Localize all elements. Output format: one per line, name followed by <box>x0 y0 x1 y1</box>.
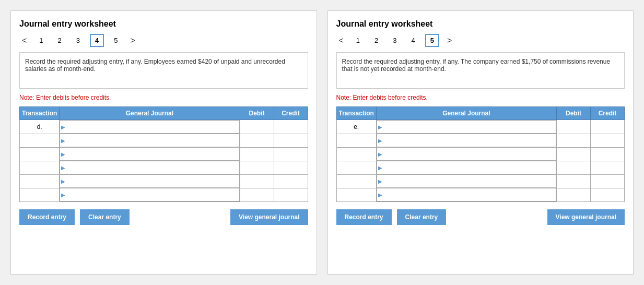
col-header-general-journal: General Journal <box>60 107 240 120</box>
credit-cell[interactable] <box>591 147 625 161</box>
clear-entry-button[interactable]: Clear entry <box>397 209 447 225</box>
nav-item-3[interactable]: 3 <box>388 34 401 46</box>
general-journal-input[interactable] <box>382 148 556 160</box>
nav-item-1[interactable]: 1 <box>352 34 365 46</box>
general-journal-cell[interactable]: ▶ <box>377 147 556 161</box>
debit-input[interactable] <box>240 120 274 134</box>
debit-input[interactable] <box>557 175 590 188</box>
debit-cell[interactable] <box>557 188 591 202</box>
nav-next-button[interactable]: > <box>128 35 138 46</box>
nav-bar: <12345> <box>336 34 625 47</box>
credit-cell[interactable] <box>591 174 625 188</box>
nav-item-5[interactable]: 5 <box>425 34 439 47</box>
general-journal-input[interactable] <box>65 161 239 174</box>
nav-bar: <12345> <box>19 34 308 47</box>
dropdown-arrow-icon: ▶ <box>60 151 65 157</box>
credit-cell[interactable] <box>274 134 308 147</box>
nav-item-2[interactable]: 2 <box>370 34 383 46</box>
credit-input[interactable] <box>274 148 308 161</box>
credit-input[interactable] <box>274 188 308 202</box>
credit-input[interactable] <box>591 161 624 174</box>
debit-cell[interactable] <box>240 120 274 134</box>
nav-item-4[interactable]: 4 <box>90 34 104 47</box>
general-journal-cell[interactable]: ▶ <box>60 161 239 174</box>
credit-cell[interactable] <box>274 161 308 174</box>
credit-input[interactable] <box>274 175 308 188</box>
nav-item-4[interactable]: 4 <box>407 34 420 46</box>
credit-cell[interactable] <box>274 147 308 161</box>
credit-input[interactable] <box>274 134 308 147</box>
credit-input[interactable] <box>591 175 624 188</box>
credit-cell[interactable] <box>274 188 308 202</box>
credit-input[interactable] <box>274 161 308 174</box>
debit-input[interactable] <box>240 161 274 174</box>
credit-cell[interactable] <box>274 120 308 134</box>
debit-cell[interactable] <box>557 147 591 161</box>
debit-cell[interactable] <box>240 147 274 161</box>
debit-input[interactable] <box>557 188 590 202</box>
debit-cell[interactable] <box>240 188 274 202</box>
general-journal-input[interactable] <box>65 188 239 201</box>
debit-input[interactable] <box>557 161 590 174</box>
debit-input[interactable] <box>240 148 274 161</box>
debit-input[interactable] <box>557 134 590 147</box>
record-entry-button[interactable]: Record entry <box>336 209 392 225</box>
general-journal-cell[interactable]: ▶ <box>60 134 239 147</box>
debit-cell[interactable] <box>240 161 274 174</box>
view-general-journal-button[interactable]: View general journal <box>547 209 625 225</box>
general-journal-input[interactable] <box>382 121 556 133</box>
credit-cell[interactable] <box>274 174 308 188</box>
nav-item-5[interactable]: 5 <box>109 34 122 46</box>
debit-cell[interactable] <box>557 174 591 188</box>
credit-input[interactable] <box>591 134 624 147</box>
general-journal-input[interactable] <box>65 175 239 187</box>
instruction-box: Record the required adjusting entry, if … <box>19 52 308 89</box>
transaction-cell <box>336 147 376 161</box>
nav-item-2[interactable]: 2 <box>53 34 66 46</box>
general-journal-input[interactable] <box>382 161 556 174</box>
debit-cell[interactable] <box>240 134 274 147</box>
nav-item-1[interactable]: 1 <box>34 34 48 46</box>
nav-prev-button[interactable]: < <box>19 35 29 46</box>
general-journal-cell[interactable]: ▶ <box>60 120 239 134</box>
general-journal-input[interactable] <box>382 134 556 147</box>
credit-cell[interactable] <box>591 134 625 147</box>
debit-cell[interactable] <box>557 161 591 174</box>
credit-input[interactable] <box>591 188 624 202</box>
credit-input[interactable] <box>274 120 308 134</box>
debit-input[interactable] <box>557 120 590 134</box>
debit-cell[interactable] <box>557 134 591 147</box>
nav-item-3[interactable]: 3 <box>72 34 85 46</box>
general-journal-cell[interactable]: ▶ <box>377 120 556 134</box>
general-journal-cell[interactable]: ▶ <box>377 188 556 201</box>
credit-cell[interactable] <box>591 188 625 202</box>
transaction-cell: e. <box>336 120 376 134</box>
debit-input[interactable] <box>557 148 590 161</box>
general-journal-cell[interactable]: ▶ <box>60 174 239 188</box>
general-journal-cell[interactable]: ▶ <box>377 134 556 147</box>
general-journal-input[interactable] <box>65 148 239 160</box>
general-journal-cell[interactable]: ▶ <box>60 147 239 161</box>
clear-entry-button[interactable]: Clear entry <box>80 209 130 225</box>
debit-cell[interactable] <box>557 120 591 134</box>
general-journal-cell[interactable]: ▶ <box>377 161 556 174</box>
debit-input[interactable] <box>240 175 274 188</box>
credit-input[interactable] <box>591 148 624 161</box>
general-journal-input[interactable] <box>382 175 556 187</box>
general-journal-cell[interactable]: ▶ <box>377 174 556 188</box>
view-general-journal-button[interactable]: View general journal <box>230 209 308 225</box>
debit-input[interactable] <box>240 134 274 147</box>
general-journal-input[interactable] <box>65 134 239 147</box>
debit-input[interactable] <box>240 188 274 202</box>
credit-cell[interactable] <box>591 120 625 134</box>
general-journal-cell[interactable]: ▶ <box>60 188 239 201</box>
credit-cell[interactable] <box>591 161 625 174</box>
general-journal-input[interactable] <box>65 121 239 133</box>
general-journal-input[interactable] <box>382 188 556 201</box>
nav-prev-button[interactable]: < <box>336 35 346 46</box>
nav-next-button[interactable]: > <box>444 35 454 46</box>
record-entry-button[interactable]: Record entry <box>19 209 75 225</box>
credit-input[interactable] <box>591 120 624 134</box>
transaction-cell <box>336 134 376 147</box>
debit-cell[interactable] <box>240 174 274 188</box>
